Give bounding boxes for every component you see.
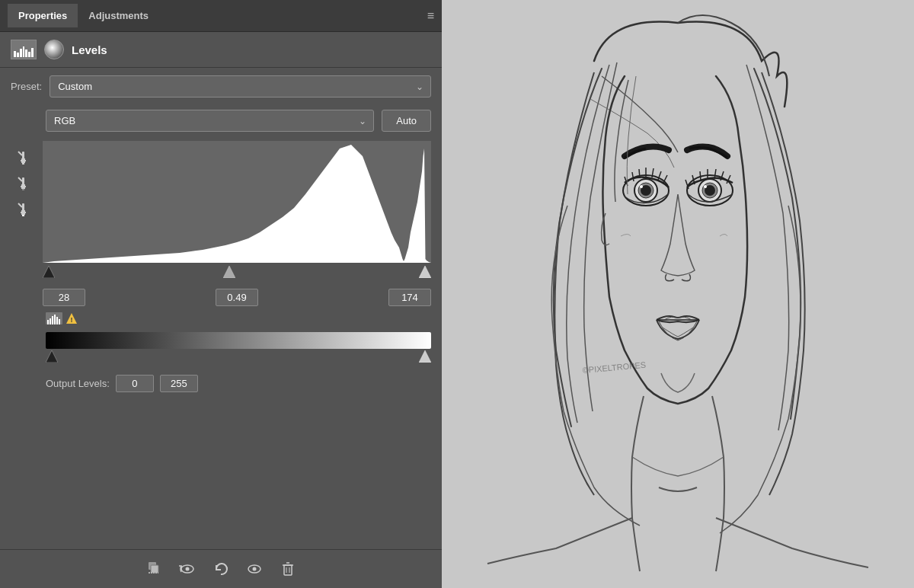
output-levels-row: Output Levels: <box>0 370 442 395</box>
svg-rect-24 <box>47 320 49 324</box>
svg-rect-0 <box>22 152 24 159</box>
svg-marker-21 <box>223 266 235 278</box>
warning-icon-container: ! <box>11 312 78 324</box>
toggle-visibility-button[interactable] <box>243 558 266 580</box>
svg-marker-20 <box>43 266 55 278</box>
output-gradient-area <box>0 328 442 370</box>
svg-rect-41 <box>284 565 292 575</box>
panel-header: Levels <box>0 32 442 68</box>
black-eyedropper-icon[interactable] <box>13 149 33 168</box>
output-white-value[interactable] <box>160 375 198 392</box>
preset-row: Preset: Custom Default Darker Increase C… <box>0 68 442 105</box>
delete-button[interactable] <box>276 558 299 580</box>
bottom-toolbar <box>0 549 442 588</box>
svg-rect-16 <box>22 215 24 216</box>
grey-eyedropper-icon[interactable] <box>13 174 33 194</box>
svg-rect-3 <box>21 161 25 163</box>
svg-rect-8 <box>21 186 26 187</box>
warning-row: ! <box>0 311 442 328</box>
output-levels-label: Output Levels: <box>46 378 110 389</box>
preset-select[interactable]: Custom Default Darker Increase Contrast … <box>50 75 431 97</box>
white-input-value[interactable] <box>388 289 431 306</box>
panel-title: Levels <box>72 43 107 56</box>
mid-input-handle[interactable] <box>223 266 235 280</box>
image-area: ©PIXELTROPES <box>442 0 914 588</box>
svg-rect-4 <box>22 163 24 165</box>
svg-marker-33 <box>419 350 431 363</box>
svg-rect-26 <box>52 316 53 324</box>
preset-label: Preset: <box>11 81 42 92</box>
black-input-handle[interactable] <box>43 266 55 280</box>
warning-icon: ! <box>66 312 78 324</box>
preset-select-wrapper: Custom Default Darker Increase Contrast … <box>50 75 431 97</box>
svg-marker-22 <box>419 266 431 278</box>
svg-line-66 <box>700 171 701 181</box>
svg-point-63 <box>704 185 707 188</box>
tab-adjustments[interactable]: Adjustments <box>78 4 159 27</box>
svg-rect-35 <box>151 565 158 573</box>
svg-rect-9 <box>21 187 25 189</box>
white-eyedropper-icon[interactable] <box>13 200 33 220</box>
input-values-row <box>43 289 431 306</box>
svg-line-5 <box>18 152 22 155</box>
histogram-container <box>43 141 431 306</box>
previous-state-button[interactable] <box>176 558 199 580</box>
sketch-image: ©PIXELTROPES <box>442 0 914 588</box>
eyedroppers <box>11 141 35 306</box>
clip-to-layer-button[interactable] <box>142 558 165 580</box>
channel-row: RGB Red Green Blue ⌄ Auto <box>0 105 442 136</box>
black-input-value[interactable] <box>43 289 85 306</box>
svg-rect-12 <box>22 203 24 211</box>
svg-point-51 <box>640 185 643 188</box>
circle-icon[interactable] <box>44 40 64 59</box>
svg-rect-14 <box>21 212 26 213</box>
svg-rect-15 <box>21 213 25 215</box>
input-slider-row <box>43 266 431 284</box>
tab-properties[interactable]: Properties <box>8 4 78 27</box>
auto-button[interactable]: Auto <box>382 110 431 132</box>
output-slider-row <box>46 349 431 367</box>
svg-text:!: ! <box>71 316 73 324</box>
svg-line-17 <box>18 203 22 207</box>
svg-rect-27 <box>54 315 56 324</box>
channel-select[interactable]: RGB Red Green Blue <box>46 110 374 132</box>
properties-panel: Properties Adjustments ≡ Levels Preset: … <box>0 0 442 588</box>
svg-rect-2 <box>21 160 26 161</box>
histogram-icon[interactable] <box>11 40 37 59</box>
output-gradient <box>46 332 431 349</box>
mid-input-value[interactable] <box>216 289 258 306</box>
histogram-canvas <box>43 141 431 263</box>
svg-rect-28 <box>56 317 58 324</box>
panel-menu-icon[interactable]: ≡ <box>427 9 434 23</box>
svg-rect-29 <box>59 319 60 324</box>
histogram-svg <box>43 141 431 263</box>
histogram-small-icon <box>46 312 62 324</box>
channel-select-wrapper: RGB Red Green Blue ⌄ <box>46 110 374 132</box>
svg-point-40 <box>253 567 257 571</box>
histogram-area <box>0 136 442 311</box>
white-input-handle[interactable] <box>419 266 431 280</box>
svg-line-54 <box>639 169 640 178</box>
reset-button[interactable] <box>209 558 232 580</box>
svg-point-38 <box>186 567 190 571</box>
svg-rect-46 <box>442 0 914 588</box>
white-output-handle[interactable] <box>419 350 431 365</box>
svg-rect-10 <box>22 189 24 190</box>
svg-line-11 <box>18 177 22 181</box>
svg-rect-25 <box>50 318 51 324</box>
output-black-value[interactable] <box>116 375 154 392</box>
black-output-handle[interactable] <box>46 350 58 365</box>
svg-marker-32 <box>46 350 58 363</box>
tab-bar: Properties Adjustments ≡ <box>0 0 442 32</box>
svg-rect-6 <box>22 177 24 185</box>
